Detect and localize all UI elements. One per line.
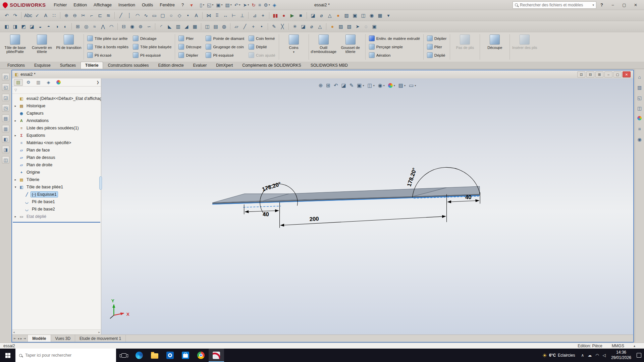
boundary-boss-icon[interactable]: ◠ bbox=[107, 22, 115, 31]
menu-insertion[interactable]: Insertion bbox=[115, 1, 139, 9]
hole-wizard-icon[interactable]: ◉ bbox=[128, 22, 136, 31]
minimize-button[interactable]: – bbox=[607, 1, 619, 9]
closed-corner-tool-icon[interactable]: ◑ bbox=[53, 22, 61, 31]
propertymanager-tab[interactable]: ⚙ bbox=[24, 79, 33, 86]
taskbar-solidworks-button[interactable] bbox=[209, 349, 224, 362]
spline-icon[interactable]: ∿ bbox=[142, 11, 150, 19]
tab-nav-arrow-icon[interactable]: ◂ bbox=[18, 337, 19, 340]
design-library-icon[interactable]: ▥ bbox=[637, 85, 642, 90]
ribbon-button-percage-simple[interactable]: Perçage simple bbox=[367, 43, 422, 50]
coordinate-system-icon[interactable]: + bbox=[249, 22, 257, 31]
viewport-layout-quad-button[interactable]: ⊞ bbox=[595, 71, 603, 77]
rollback-bar[interactable] bbox=[13, 222, 100, 223]
document-titlebar[interactable]: ◧ essai2 * ⊡ ⊟ ⊞ – ▢ ✕ bbox=[12, 70, 633, 78]
slot-icon[interactable]: ▢ bbox=[159, 11, 167, 19]
tab-nav-arrow-icon[interactable]: ⇥ bbox=[23, 337, 26, 340]
apply-scene-icon[interactable]: ▨ bbox=[337, 22, 345, 31]
sketch-text-icon[interactable]: A bbox=[192, 11, 200, 19]
ribbon-tab-constructions-soudees[interactable]: Constructions soudées bbox=[103, 62, 153, 69]
tree-item-pli-de-base2[interactable]: ◡Pli de base2 bbox=[12, 205, 101, 213]
ribbon-button-convertir-en-tolerie[interactable]: Convertir en tôlerie bbox=[29, 33, 55, 61]
previous-view-button[interactable]: ↶ bbox=[333, 82, 339, 89]
dimxpertmanager-tab[interactable]: ◈ bbox=[44, 79, 53, 86]
chevron-down-icon[interactable]: ▾ bbox=[383, 84, 385, 87]
panel-expand-icon[interactable]: ❯ bbox=[97, 80, 99, 84]
record-icon[interactable]: ● bbox=[280, 11, 288, 19]
base-flange-tool-icon[interactable]: ◧ bbox=[3, 22, 11, 31]
fillet-icon[interactable]: ◜ bbox=[157, 22, 165, 31]
instant3d-icon[interactable]: ➤ bbox=[354, 22, 362, 31]
model-tab-etude-de-mouvement-1[interactable]: Etude de mouvement 1 bbox=[75, 335, 126, 342]
ribbon-button-decoupe[interactable]: Découpe bbox=[177, 43, 203, 50]
tree-item-tole-de-base-pliee1[interactable]: ▾◧Tôle de base pliée1 bbox=[12, 183, 101, 191]
note-icon[interactable]: A bbox=[42, 11, 50, 19]
view-selector-icon[interactable]: ▣ bbox=[370, 22, 378, 31]
ribbon-button-decoupe[interactable]: Découpe bbox=[482, 33, 508, 61]
dimension-label[interactable]: 40 bbox=[465, 194, 472, 200]
tree-item-origine[interactable]: +Origine bbox=[12, 169, 101, 176]
docked-tool-icon[interactable]: ◧ bbox=[2, 135, 9, 143]
hidden-icons-chevron[interactable]: ∧ bbox=[581, 353, 584, 358]
xpress-products-button[interactable]: ◈ bbox=[272, 2, 277, 8]
status-units-expand-icon[interactable]: ▴ bbox=[634, 344, 635, 348]
swept-boss-icon[interactable]: ≈ bbox=[91, 22, 99, 31]
ribbon-button-tole-pliee-balayee[interactable]: Tôle pliée balayée bbox=[131, 43, 173, 50]
taskbar-search-input[interactable] bbox=[25, 353, 112, 358]
appearance-ball-icon[interactable]: ● bbox=[328, 22, 336, 31]
3d-sketch-icon[interactable]: ╳ bbox=[278, 22, 286, 31]
docked-tool-icon[interactable]: ◨ bbox=[2, 146, 9, 153]
docked-tool-icon[interactable]: ▤ bbox=[2, 115, 9, 122]
chevron-down-icon[interactable]: ▾ bbox=[269, 3, 270, 6]
options-chevron-icon[interactable]: ▾ bbox=[384, 11, 392, 19]
reference-axis-icon[interactable]: ╱ bbox=[241, 22, 249, 31]
scroll-left-icon[interactable]: ◂ bbox=[13, 330, 15, 334]
forum-icon[interactable]: ◉ bbox=[637, 137, 641, 142]
reference-point-icon[interactable]: • bbox=[258, 22, 266, 31]
chevron-down-icon[interactable]: ▾ bbox=[415, 84, 416, 87]
tree-item-plan-de-dessus[interactable]: ▱Plan de dessus bbox=[12, 154, 101, 161]
display-style-icon[interactable]: ◫ bbox=[359, 11, 367, 19]
hide-items-icon[interactable]: ◉ bbox=[368, 11, 376, 19]
tree-root-item[interactable]: ◧essai2 (Défaut<<Défaut>_Etat d'affichag… bbox=[12, 95, 101, 102]
line-icon[interactable]: ╱ bbox=[117, 11, 125, 19]
model-tab-vues-3d[interactable]: Vues 3D bbox=[51, 335, 75, 342]
ribbon-tab-evaluer[interactable]: Evaluer bbox=[189, 62, 212, 69]
tree-item-esquisse1[interactable]: ╱(-) Esquisse1 bbox=[12, 191, 101, 198]
tab-nav-arrow-icon[interactable]: ▸ bbox=[20, 337, 22, 340]
centerline-icon[interactable]: ┊ bbox=[125, 11, 133, 19]
start-button[interactable] bbox=[0, 349, 15, 362]
ribbon-button-tole-pliee-sur-arete[interactable]: Tôle pliée sur arête bbox=[86, 35, 130, 42]
scene-icon[interactable]: ▨ bbox=[342, 11, 351, 19]
reference-plane-icon[interactable]: ▱ bbox=[232, 22, 240, 31]
model-tab-navigation[interactable]: ⇤◂▸⇥ bbox=[12, 335, 28, 342]
trim-entities-icon[interactable]: ✂ bbox=[79, 11, 87, 19]
docked-tool-icon[interactable]: ◱ bbox=[2, 83, 9, 91]
undo-button[interactable]: ↶▾ bbox=[233, 2, 241, 8]
measure-icon[interactable]: ⌀ bbox=[317, 11, 325, 19]
task-pane-resources-icon[interactable]: ⌂ bbox=[638, 74, 641, 80]
revolved-cut-icon[interactable]: ⊚ bbox=[137, 22, 145, 31]
edit-appearance-button[interactable]: ▾ bbox=[387, 82, 396, 88]
sketch-construction-line[interactable] bbox=[243, 206, 281, 207]
ribbon-tab-edition-directe[interactable]: Edition directe bbox=[154, 62, 189, 69]
taskbar-clock[interactable]: 14:36 29/01/2026 bbox=[608, 349, 634, 362]
ribbon-button-deplie[interactable]: Déplié bbox=[247, 43, 277, 50]
tree-item-liste-des-pieces-soudees-1[interactable]: ≡Liste des pièces soudées(1) bbox=[12, 124, 101, 132]
ribbon-button-deplier[interactable]: Déplier bbox=[425, 35, 448, 42]
print-button[interactable]: ▤▾ bbox=[224, 2, 233, 8]
ribbon-button-coins[interactable]: Coins▾ bbox=[281, 33, 307, 61]
taskbar-task-view-button[interactable] bbox=[116, 349, 131, 362]
model-tab-modele[interactable]: Modèle bbox=[28, 335, 51, 342]
swept-cut-icon[interactable]: ∽ bbox=[145, 22, 153, 31]
maximize-button[interactable]: ▢ bbox=[619, 1, 630, 9]
ribbon-button-pli-esquisse[interactable]: Pli esquissé bbox=[131, 52, 173, 59]
zoom-in-icon[interactable]: ⊕ bbox=[62, 11, 70, 19]
menu-outils[interactable]: Outils bbox=[139, 1, 156, 9]
panel-splitter-handle[interactable] bbox=[99, 176, 102, 190]
ribbon-button-pli-de-transition[interactable]: Pli de transition bbox=[56, 33, 82, 61]
linear-pattern-icon[interactable]: ▤ bbox=[212, 22, 220, 31]
ribbon-tab-solidworks-mbd[interactable]: SOLIDWORKS MBD bbox=[306, 62, 353, 69]
menu-fenetre[interactable]: Fenêtre bbox=[156, 1, 178, 9]
rectangle-icon[interactable]: ▭ bbox=[150, 11, 158, 19]
display-style-button[interactable]: ◫▾ bbox=[366, 82, 375, 89]
